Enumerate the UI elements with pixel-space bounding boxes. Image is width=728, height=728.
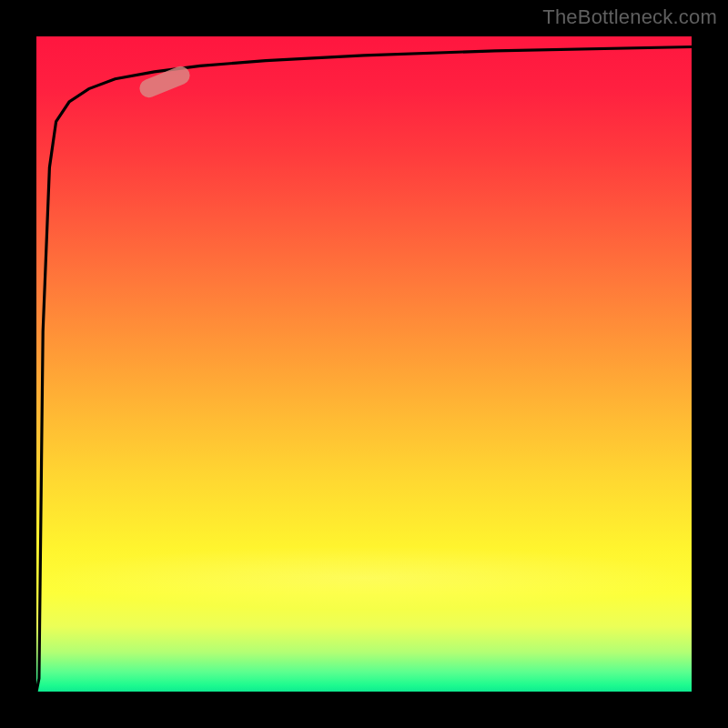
plot-background-gradient xyxy=(36,36,692,692)
chart-frame: TheBottleneck.com xyxy=(0,0,728,728)
watermark-text: TheBottleneck.com xyxy=(542,5,717,29)
